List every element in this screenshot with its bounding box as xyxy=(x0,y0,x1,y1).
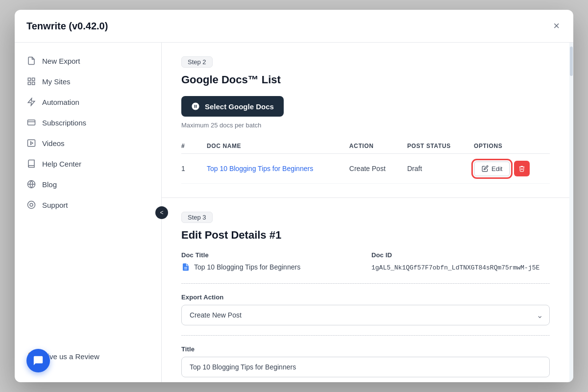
sidebar-nav: New Export My Sites xyxy=(15,50,161,338)
sidebar: New Export My Sites xyxy=(15,43,162,382)
modal-header: Tenwrite (v0.42.0) × xyxy=(15,10,573,43)
export-action-label: Export Action xyxy=(181,294,550,301)
step3-section: Step 3 Edit Post Details #1 Doc Title xyxy=(162,198,569,382)
sidebar-label-new-export: New Export xyxy=(42,57,80,65)
svg-point-12 xyxy=(30,203,33,206)
col-action: ACTION xyxy=(343,139,401,154)
google-docs-icon xyxy=(181,263,190,271)
sidebar-item-new-export[interactable]: New Export xyxy=(15,50,161,71)
step2-section: Step 2 Google Docs™ List Select Google D… xyxy=(162,43,569,198)
close-button[interactable]: × xyxy=(551,19,562,33)
row-doc-name: Top 10 Blogging Tips for Beginners xyxy=(201,154,343,184)
section-divider xyxy=(181,283,550,284)
review-label: Give us a Review xyxy=(42,352,99,361)
export-action-select-wrapper: Create New Post Update Existing Post ⌄ xyxy=(181,305,550,325)
file-export-icon xyxy=(26,56,36,66)
modal: Tenwrite (v0.42.0) × New Export xyxy=(15,10,573,382)
row-post-status: Draft xyxy=(401,154,468,184)
col-doc-name: DOC NAME xyxy=(201,139,343,154)
doc-title-row: Top 10 Blogging Tips for Beginners xyxy=(181,263,360,271)
scrollbar-thumb[interactable] xyxy=(570,47,573,76)
svg-rect-0 xyxy=(28,78,30,80)
export-action-select[interactable]: Create New Post Update Existing Post xyxy=(181,305,550,325)
sidebar-item-support[interactable]: Support xyxy=(15,195,161,215)
svg-rect-3 xyxy=(32,82,35,85)
export-action-field: Export Action Create New Post Update Exi… xyxy=(181,294,550,325)
sidebar-label-help-center: Help Center xyxy=(42,160,81,168)
edit-label: Edit xyxy=(491,165,502,172)
lightning-icon xyxy=(26,97,36,107)
svg-rect-1 xyxy=(32,78,35,80)
card-icon xyxy=(26,118,36,127)
table-row: 1 Top 10 Blogging Tips for Beginners Cre… xyxy=(181,154,550,184)
scrollbar-track xyxy=(569,43,573,382)
sidebar-label-blog: Blog xyxy=(42,180,57,189)
doc-title-value: Top 10 Blogging Tips for Beginners xyxy=(194,263,300,271)
doc-title-label: Doc Title xyxy=(181,251,360,259)
select-docs-label: Select Google Docs xyxy=(205,102,274,111)
step2-title: Google Docs™ List xyxy=(181,74,550,86)
book-icon xyxy=(26,159,36,169)
sidebar-item-my-sites[interactable]: My Sites xyxy=(15,71,161,92)
collapse-sidebar-button[interactable]: < xyxy=(155,206,168,219)
main-content: Step 2 Google Docs™ List Select Google D… xyxy=(162,43,569,382)
svg-point-11 xyxy=(28,201,35,209)
sidebar-item-blog[interactable]: Blog xyxy=(15,174,161,195)
step2-badge: Step 2 xyxy=(181,56,213,68)
step3-grid: Doc Title Top 10 Blogging Tips for Begin… xyxy=(181,251,550,271)
max-docs-text: Maximum 25 docs per batch xyxy=(181,122,550,129)
select-google-docs-button[interactable]: Select Google Docs xyxy=(181,96,284,117)
svg-marker-8 xyxy=(31,142,33,145)
doc-id-value: 1gAL5_Nk1QGf57F7obfn_LdTNXGT84sRQm75rmwM… xyxy=(371,264,539,271)
row-action: Create Post xyxy=(343,154,401,184)
delete-button[interactable] xyxy=(514,161,530,176)
svg-rect-2 xyxy=(28,82,30,85)
svg-rect-5 xyxy=(28,120,35,125)
step3-title: Edit Post Details #1 xyxy=(181,229,550,242)
svg-marker-4 xyxy=(28,98,35,106)
play-icon xyxy=(26,138,36,148)
col-post-status: POST STATUS xyxy=(401,139,468,154)
edit-button[interactable]: Edit xyxy=(474,161,510,176)
row-options: Edit xyxy=(468,154,550,184)
grid-icon xyxy=(26,76,36,86)
options-cell: Edit xyxy=(474,161,544,176)
sidebar-item-subscriptions[interactable]: Subscriptions xyxy=(15,112,161,133)
step3-badge: Step 3 xyxy=(181,212,213,223)
modal-body: New Export My Sites xyxy=(15,43,573,382)
sidebar-label-subscriptions: Subscriptions xyxy=(42,119,86,127)
doc-name-link[interactable]: Top 10 Blogging Tips for Beginners xyxy=(207,165,313,172)
sidebar-label-automation: Automation xyxy=(42,98,79,106)
support-icon xyxy=(26,200,36,210)
svg-rect-7 xyxy=(28,140,35,147)
title-field: Title xyxy=(181,345,550,377)
row-num: 1 xyxy=(181,154,201,184)
sidebar-item-automation[interactable]: Automation xyxy=(15,92,161,112)
col-num: # xyxy=(181,139,201,154)
globe-icon xyxy=(26,179,36,189)
sidebar-label-videos: Videos xyxy=(42,139,65,147)
doc-title-field: Doc Title Top 10 Blogging Tips for Begin… xyxy=(181,251,360,271)
doc-id-field: Doc ID 1gAL5_Nk1QGf57F7obfn_LdTNXGT84sRQ… xyxy=(371,251,550,271)
sidebar-label-my-sites: My Sites xyxy=(42,77,71,86)
doc-id-label: Doc ID xyxy=(371,251,550,259)
modal-title: Tenwrite (v0.42.0) xyxy=(26,21,108,32)
docs-table: # DOC NAME ACTION POST STATUS OPTIONS 1 … xyxy=(181,139,550,184)
chat-button[interactable] xyxy=(26,349,50,372)
title-input[interactable] xyxy=(181,357,550,377)
title-label: Title xyxy=(181,345,550,353)
sidebar-item-help-center[interactable]: Help Center xyxy=(15,153,161,174)
sidebar-item-videos[interactable]: Videos xyxy=(15,133,161,153)
sidebar-label-support: Support xyxy=(42,201,68,209)
col-options: OPTIONS xyxy=(468,139,550,154)
section-divider-2 xyxy=(181,335,550,336)
